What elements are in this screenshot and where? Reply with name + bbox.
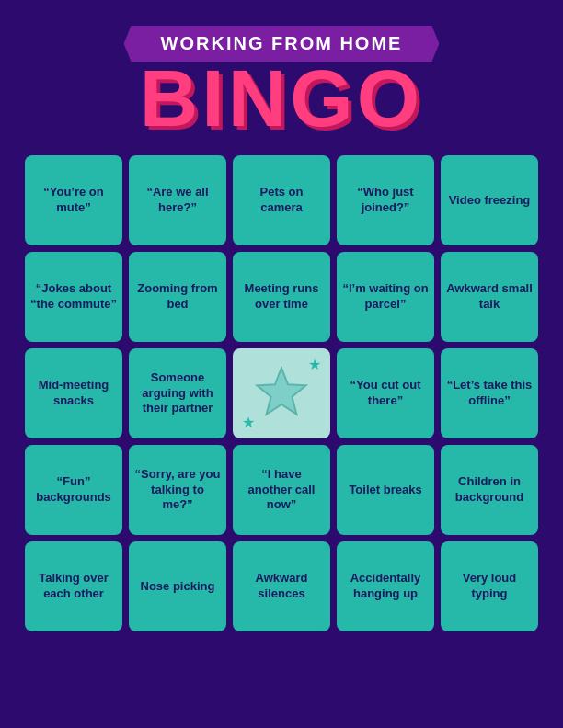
cell-text-r2c5: Awkward small talk (446, 281, 533, 313)
cell-text-r2c3: Meeting runs over time (238, 281, 325, 313)
svg-marker-0 (257, 368, 305, 415)
cell-text-r4c5: Children in background (446, 474, 533, 506)
banner: WORKING FROM HOME (124, 26, 440, 62)
cell-text-r5c5: Very loud typing (446, 571, 533, 602)
free-star-bottom-icon: ★ (242, 414, 255, 431)
cell-text-r1c1: “You’re on mute” (30, 185, 117, 216)
bingo-cell-r5c1[interactable]: Talking over each other (25, 541, 122, 631)
bingo-cell-r4c3[interactable]: “I have another call now” (233, 445, 330, 535)
bingo-cell-r5c3[interactable]: Awkward silences (233, 541, 330, 631)
bingo-cell-r3c4[interactable]: “You cut out there” (337, 348, 434, 438)
cell-text-r1c4: “Who just joined?” (342, 185, 429, 216)
cell-text-r3c2: Someone arguing with their partner (134, 370, 221, 417)
cell-text-r2c4: “I’m waiting on parcel” (342, 281, 429, 313)
bingo-cell-r3c5[interactable]: “Let’s take this offline” (441, 348, 538, 438)
banner-text: WORKING FROM HOME (161, 33, 403, 53)
bingo-cell-r2c2[interactable]: Zooming from bed (129, 252, 226, 342)
bingo-cell-r5c4[interactable]: Accidentally hanging up (337, 541, 434, 631)
banner-wrapper: WORKING FROM HOME (124, 26, 440, 62)
cell-text-r3c4: “You cut out there” (342, 378, 429, 409)
cell-text-r5c4: Accidentally hanging up (342, 571, 429, 602)
bingo-cell-r4c4[interactable]: Toilet breaks (337, 445, 434, 535)
cell-text-r5c3: Awkward silences (238, 571, 325, 602)
bingo-cell-r4c2[interactable]: “Sorry, are you talking to me?” (129, 445, 226, 535)
bingo-cell-r1c4[interactable]: “Who just joined?” (337, 155, 434, 245)
cell-text-r1c5: Video freezing (449, 193, 531, 209)
bingo-cell-r2c3[interactable]: Meeting runs over time (233, 252, 330, 342)
cell-text-r4c1: “Fun” backgrounds (30, 474, 117, 506)
bingo-cell-r3c3[interactable]: ★★ (233, 348, 330, 438)
free-star-icon (254, 366, 309, 421)
bingo-cell-r4c1[interactable]: “Fun” backgrounds (25, 445, 122, 535)
bingo-cell-r1c3[interactable]: Pets on camera (233, 155, 330, 245)
cell-text-r4c3: “I have another call now” (238, 467, 325, 514)
cell-text-r1c2: “Are we all here?” (134, 185, 221, 216)
bingo-cell-r5c2[interactable]: Nose picking (129, 541, 226, 631)
bingo-cell-r2c5[interactable]: Awkward small talk (441, 252, 538, 342)
cell-text-r1c3: Pets on camera (238, 185, 325, 216)
bingo-cell-r3c2[interactable]: Someone arguing with their partner (129, 348, 226, 438)
cell-text-r3c5: “Let’s take this offline” (446, 378, 533, 409)
cell-text-r5c1: Talking over each other (30, 571, 117, 602)
free-star-top-icon: ★ (308, 356, 321, 373)
cell-text-r2c1: “Jokes about “the commute” (30, 281, 117, 313)
bingo-cell-r1c1[interactable]: “You’re on mute” (25, 155, 122, 245)
cell-text-r4c4: Toilet breaks (349, 483, 421, 498)
bingo-cell-r2c1[interactable]: “Jokes about “the commute” (25, 252, 122, 342)
cell-text-r4c2: “Sorry, are you talking to me?” (134, 467, 221, 514)
bingo-cell-r5c5[interactable]: Very loud typing (441, 541, 538, 631)
bingo-cell-r2c4[interactable]: “I’m waiting on parcel” (337, 252, 434, 342)
bingo-title: BINGO (140, 58, 423, 139)
bingo-cell-r4c5[interactable]: Children in background (441, 445, 538, 535)
bingo-cell-r3c1[interactable]: Mid-meeting snacks (25, 348, 122, 438)
bingo-cell-r1c2[interactable]: “Are we all here?” (129, 155, 226, 245)
cell-text-r3c1: Mid-meeting snacks (30, 378, 117, 409)
cell-text-r5c2: Nose picking (141, 579, 215, 595)
cell-text-r2c2: Zooming from bed (134, 281, 221, 313)
bingo-grid: “You’re on mute”“Are we all here?”Pets o… (10, 155, 553, 631)
bingo-cell-r1c5[interactable]: Video freezing (441, 155, 538, 245)
